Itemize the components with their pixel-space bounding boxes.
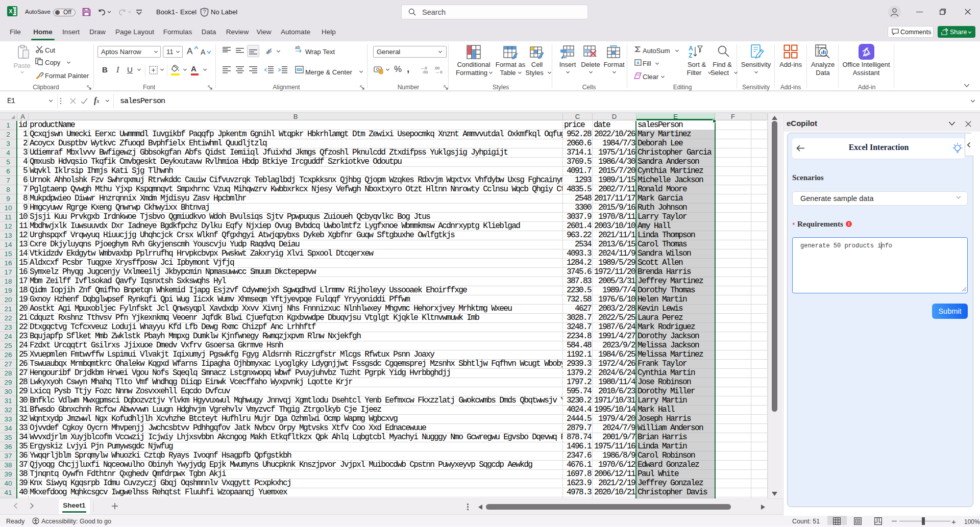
svg-text:A: A <box>689 45 693 52</box>
svg-text:0: 0 <box>440 70 443 74</box>
svg-text:?: ? <box>203 9 206 15</box>
svg-text:ab: ab <box>295 45 300 50</box>
svg-text:.00: .00 <box>422 70 428 74</box>
svg-text:X: X <box>9 8 12 14</box>
svg-text:ab: ab <box>265 47 273 55</box>
svg-text:→: → <box>435 69 439 74</box>
svg-text:Z: Z <box>689 52 692 59</box>
